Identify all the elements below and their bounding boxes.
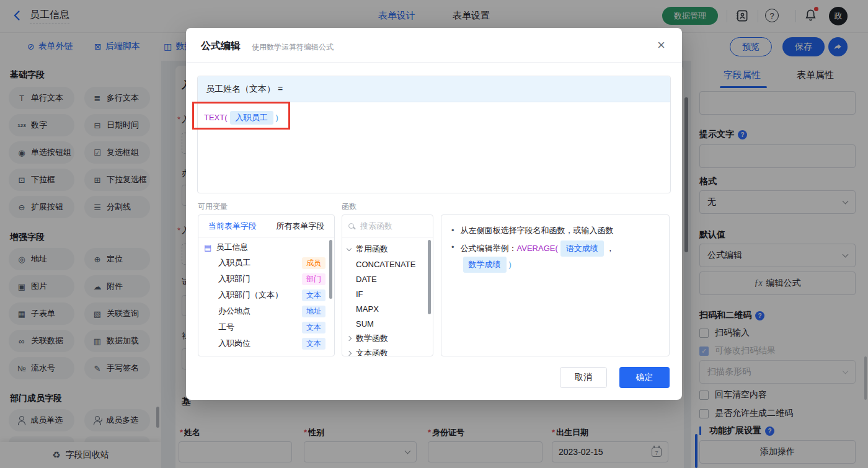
formula-editor-dialog: 公式编辑 使用数学运算符编辑公式 × 员工姓名（文本） = TEXT(入职员工)… — [186, 28, 682, 400]
variable-item[interactable]: 入职员工成员 — [198, 255, 334, 271]
formula-target: 员工姓名（文本） = — [198, 76, 670, 102]
functions-caption: 函数 — [342, 201, 356, 212]
functions-scrollbar[interactable] — [428, 240, 431, 314]
example-chip: 数学成绩 — [463, 257, 507, 273]
dialog-subtitle: 使用数学运算符编辑公式 — [252, 42, 334, 53]
function-item[interactable]: SUM — [342, 316, 433, 331]
function-search-input[interactable] — [359, 221, 421, 231]
variables-scrollbar[interactable] — [329, 240, 332, 299]
dialog-title: 公式编辑 — [201, 40, 241, 53]
cancel-button[interactable]: 取消 — [560, 367, 607, 388]
function-item[interactable]: MAPX — [342, 301, 433, 316]
variable-item[interactable]: 入职岗位文本 — [198, 335, 334, 351]
tab-current-form-fields[interactable]: 当前表单字段 — [198, 221, 267, 232]
function-group-text[interactable]: 文本函数 — [342, 346, 433, 356]
example-chip: 语文成绩 — [560, 241, 604, 257]
tips-panel: •从左侧面板选择字段名和函数，或输入函数 • 公式编辑举例：AVERAGE(语文… — [441, 214, 670, 356]
type-badge: 部门 — [302, 273, 326, 285]
variables-caption: 可用变量 — [198, 201, 228, 212]
type-badge: 文本 — [302, 338, 326, 350]
search-icon — [348, 223, 354, 229]
variable-item[interactable]: 入职部门（文本）文本 — [198, 287, 334, 303]
chevron-down-icon — [347, 245, 352, 250]
chevron-right-icon — [347, 351, 352, 356]
tip-line: •从左侧面板选择字段名和函数，或输入函数 — [451, 224, 659, 237]
confirm-button[interactable]: 确定 — [619, 367, 670, 388]
function-search[interactable] — [342, 215, 433, 237]
tab-all-form-fields[interactable]: 所有表单字段 — [267, 221, 335, 232]
annotation-box — [192, 102, 290, 130]
divider — [186, 62, 682, 63]
type-badge: 文本 — [302, 289, 326, 301]
tip-example: • 公式编辑举例：AVERAGE(语文成绩，数学成绩) — [451, 241, 659, 273]
type-badge: 地址 — [302, 306, 326, 317]
app-window: 员工信息 表单设计 表单设置 数据管理 政 ⊘ 表单外链 ⊠ 后端脚本 — [0, 0, 868, 468]
formula-editor[interactable]: 员工姓名（文本） = TEXT(入职员工) — [197, 76, 671, 193]
type-badge: 文本 — [302, 322, 326, 333]
function-item[interactable]: CONCATENATE — [342, 257, 433, 272]
function-group-math[interactable]: 数学函数 — [342, 331, 433, 346]
function-group-common[interactable]: 常用函数 — [342, 242, 433, 257]
variable-item[interactable]: 入职部门部门 — [198, 271, 334, 287]
variable-item[interactable]: 办公地点地址 — [198, 303, 334, 319]
document-icon: ▤ — [204, 243, 211, 252]
functions-panel: 常用函数 CONCATENATE DATE IF MAPX SUM 数学函数 文… — [342, 214, 433, 356]
close-icon[interactable]: × — [657, 38, 665, 52]
function-item[interactable]: DATE — [342, 272, 433, 286]
variable-item[interactable]: 工号文本 — [198, 319, 334, 335]
variables-tree-root[interactable]: ▤ 员工信息 — [198, 237, 334, 255]
chevron-right-icon — [347, 336, 352, 341]
type-badge: 成员 — [302, 257, 326, 269]
variables-panel: 当前表单字段 所有表单字段 ▤ 员工信息 入职员工成员 入职部门部门 入职部门（… — [198, 214, 335, 356]
function-item[interactable]: IF — [342, 286, 433, 301]
